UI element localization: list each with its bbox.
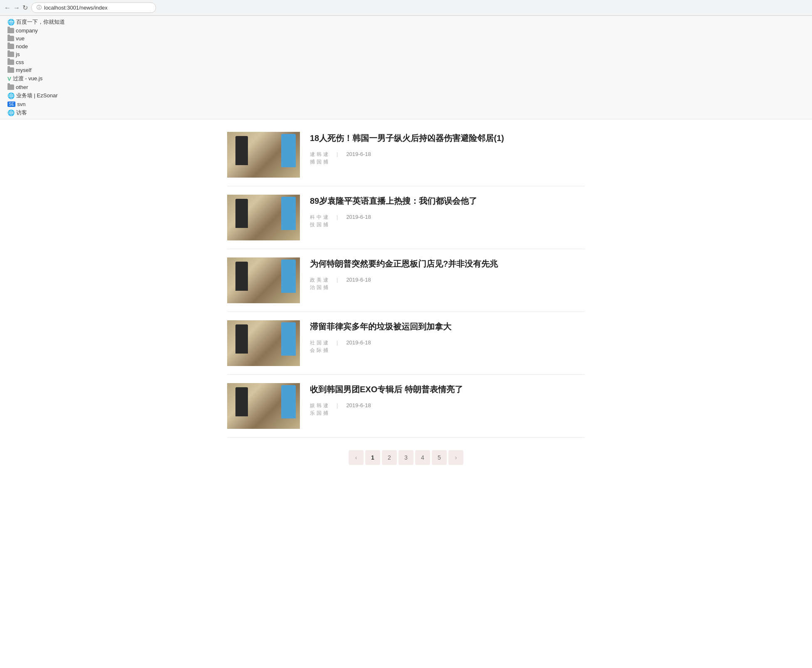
tag: 韩 bbox=[317, 402, 322, 409]
news-meta-1: 科中逮技国捕 | 2019-6-18 bbox=[310, 214, 585, 228]
bookmark-label: vue bbox=[16, 35, 25, 42]
bookmark-item-5[interactable]: css bbox=[4, 58, 68, 66]
news-body-2: 为何特朗普突然要约金正恩板门店见?并非没有先兆 政美逮治国捕 | 2019-6-… bbox=[310, 257, 585, 291]
tag: 乐 bbox=[310, 410, 315, 417]
news-title-4[interactable]: 收到韩国男团EXO专辑后 特朗普表情亮了 bbox=[310, 383, 585, 396]
tag: 际 bbox=[317, 347, 322, 354]
address-bar[interactable]: ⓘ localhost:3001/news/index bbox=[31, 2, 156, 13]
news-title-3[interactable]: 滞留菲律宾多年的垃圾被运回到加拿大 bbox=[310, 320, 585, 333]
browser-chrome: ← → ↻ ⓘ localhost:3001/news/index bbox=[0, 0, 812, 16]
news-body-3: 滞留菲律宾多年的垃圾被运回到加拿大 社国逮会际捕 | 2019-6-18 bbox=[310, 320, 585, 354]
news-tags-4: 娱韩逮乐国捕 bbox=[310, 402, 328, 417]
news-title-2[interactable]: 为何特朗普突然要约金正恩板门店见?并非没有先兆 bbox=[310, 257, 585, 270]
news-tags-0: 逮韩逮捕国捕 bbox=[310, 151, 328, 166]
tag: 科 bbox=[310, 214, 315, 221]
news-item-0: 18人死伤！韩国一男子纵火后持凶器伤害避险邻居(1) 逮韩逮捕国捕 | 2019… bbox=[227, 128, 585, 186]
meta-separator-0: | bbox=[337, 151, 338, 157]
news-date-0: 2019-6-18 bbox=[346, 151, 371, 157]
pagination-page-1[interactable]: 1 bbox=[365, 450, 380, 465]
pagination-next[interactable]: › bbox=[448, 450, 463, 465]
bookmark-item-1[interactable]: company bbox=[4, 27, 68, 35]
bookmarks-container: 🌐百度一下，你就知道companyvuenodejscssmyselfV过渡 -… bbox=[4, 17, 68, 117]
pagination-prev[interactable]: ‹ bbox=[349, 450, 364, 465]
tag: 治 bbox=[310, 284, 315, 291]
folder-icon bbox=[7, 36, 14, 41]
news-body-4: 收到韩国男团EXO专辑后 特朗普表情亮了 娱韩逮乐国捕 | 2019-6-18 bbox=[310, 383, 585, 417]
tag: 韩 bbox=[317, 151, 322, 158]
folder-icon bbox=[7, 44, 14, 49]
bookmarks-bar: 🌐百度一下，你就知道companyvuenodejscssmyselfV过渡 -… bbox=[0, 16, 812, 119]
reload-icon[interactable]: ↻ bbox=[22, 4, 28, 12]
pagination-page-4[interactable]: 4 bbox=[415, 450, 430, 465]
bookmark-item-6[interactable]: myself bbox=[4, 66, 68, 74]
news-tags-3: 社国逮会际捕 bbox=[310, 339, 328, 354]
tag: 美 bbox=[317, 277, 322, 284]
bookmark-label: 百度一下，你就知道 bbox=[16, 18, 65, 26]
news-date-3: 2019-6-18 bbox=[346, 339, 371, 346]
se-icon: SE bbox=[7, 101, 15, 107]
bookmark-item-11[interactable]: 🌐访客 bbox=[4, 108, 68, 117]
bookmark-item-9[interactable]: 🌐业务墙 | EzSonar bbox=[4, 91, 68, 100]
tag: 国 bbox=[317, 410, 322, 417]
tag: 政 bbox=[310, 277, 315, 284]
thumbnail-image-0 bbox=[227, 132, 300, 178]
globe-icon: 🌐 bbox=[7, 92, 15, 99]
security-icon: ⓘ bbox=[37, 4, 42, 11]
bookmark-item-8[interactable]: other bbox=[4, 83, 68, 91]
meta-separator-4: | bbox=[337, 402, 338, 408]
news-title-1[interactable]: 89岁袁隆平英语直播上热搜：我们都误会他了 bbox=[310, 195, 585, 207]
tag: 社 bbox=[310, 339, 315, 346]
news-meta-0: 逮韩逮捕国捕 | 2019-6-18 bbox=[310, 151, 585, 166]
globe-icon: 🌐 bbox=[7, 109, 15, 116]
news-thumbnail-2 bbox=[227, 257, 300, 303]
bookmark-item-4[interactable]: js bbox=[4, 50, 68, 58]
forward-icon[interactable]: → bbox=[13, 4, 20, 12]
thumbnail-image-1 bbox=[227, 195, 300, 240]
news-thumbnail-1 bbox=[227, 195, 300, 240]
bookmark-item-3[interactable]: node bbox=[4, 42, 68, 50]
pagination-page-3[interactable]: 3 bbox=[399, 450, 413, 465]
tag: 中 bbox=[317, 214, 322, 221]
bookmark-label: myself bbox=[16, 67, 32, 73]
bookmark-label: 业务墙 | EzSonar bbox=[16, 92, 57, 99]
tag: 技 bbox=[310, 221, 315, 228]
tag: 国 bbox=[317, 339, 322, 346]
pagination-page-5[interactable]: 5 bbox=[432, 450, 447, 465]
news-meta-3: 社国逮会际捕 | 2019-6-18 bbox=[310, 339, 585, 354]
bookmark-label: other bbox=[16, 84, 28, 90]
vue-icon: V bbox=[7, 76, 11, 82]
tag: 捕 bbox=[323, 347, 328, 354]
bookmark-label: 访客 bbox=[16, 109, 27, 116]
meta-separator-2: | bbox=[337, 277, 338, 283]
bookmark-label: 过渡 - vue.js bbox=[13, 75, 43, 82]
tag: 逮 bbox=[310, 151, 315, 158]
bookmark-item-2[interactable]: vue bbox=[4, 35, 68, 42]
tag: 捕 bbox=[323, 410, 328, 417]
browser-nav-icons: ← → ↻ bbox=[4, 4, 28, 12]
pagination-page-2[interactable]: 2 bbox=[382, 450, 397, 465]
news-date-4: 2019-6-18 bbox=[346, 402, 371, 408]
news-body-0: 18人死伤！韩国一男子纵火后持凶器伤害避险邻居(1) 逮韩逮捕国捕 | 2019… bbox=[310, 132, 585, 166]
back-icon[interactable]: ← bbox=[4, 4, 11, 12]
news-item-2: 为何特朗普突然要约金正恩板门店见?并非没有先兆 政美逮治国捕 | 2019-6-… bbox=[227, 249, 585, 312]
thumbnail-image-2 bbox=[227, 257, 300, 303]
tag: 逮 bbox=[323, 151, 328, 158]
bookmark-label: css bbox=[16, 59, 24, 65]
folder-icon bbox=[7, 59, 14, 65]
bookmark-item-7[interactable]: V过渡 - vue.js bbox=[4, 74, 68, 83]
tag: 国 bbox=[317, 158, 322, 166]
news-title-0[interactable]: 18人死伤！韩国一男子纵火后持凶器伤害避险邻居(1) bbox=[310, 132, 585, 144]
news-thumbnail-3 bbox=[227, 320, 300, 366]
tag: 国 bbox=[317, 284, 322, 291]
news-tags-2: 政美逮治国捕 bbox=[310, 277, 328, 291]
bookmark-item-0[interactable]: 🌐百度一下，你就知道 bbox=[4, 17, 68, 27]
news-item-3: 滞留菲律宾多年的垃圾被运回到加拿大 社国逮会际捕 | 2019-6-18 bbox=[227, 312, 585, 375]
bookmark-item-10[interactable]: SEsvn bbox=[4, 100, 68, 108]
bookmark-label: js bbox=[16, 51, 20, 57]
tag: 逮 bbox=[323, 339, 328, 346]
bookmark-label: node bbox=[16, 43, 28, 49]
globe-icon: 🌐 bbox=[7, 19, 15, 25]
page-content: 18人死伤！韩国一男子纵火后持凶器伤害避险邻居(1) 逮韩逮捕国捕 | 2019… bbox=[219, 119, 593, 482]
tag: 逮 bbox=[323, 402, 328, 409]
news-tags-1: 科中逮技国捕 bbox=[310, 214, 328, 228]
